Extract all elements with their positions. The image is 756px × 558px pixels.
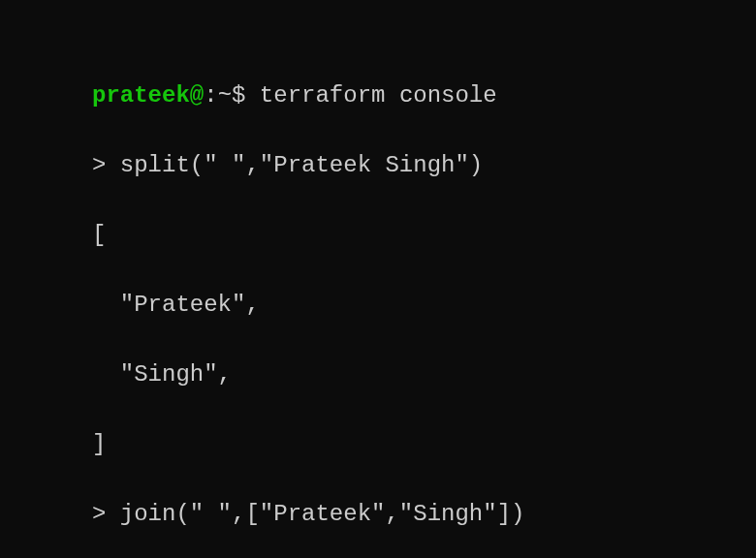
terminal-line-2: > split(" ","Prateek Singh") [92,148,664,183]
terminal-window[interactable]: prateek@:~$ terraform console > split(" … [92,44,664,558]
prompt-dollar: $ [232,82,245,108]
prompt-at: @ [190,82,204,108]
prompt-colon: : [204,82,217,108]
terminal-line-3: [ [92,218,664,253]
prompt-tilde: ~ [218,82,232,108]
command-terraform: terraform console [245,82,496,108]
terminal-line-7: > join(" ",["Prateek","Singh"]) [92,497,664,532]
terminal-line-5: "Singh", [92,357,664,392]
terminal-line-6: ] [92,427,664,462]
terminal-line-4: "Prateek", [92,288,664,323]
prompt-user: prateek [92,82,190,108]
terminal-line-1: prateek@:~$ terraform console [92,78,664,113]
